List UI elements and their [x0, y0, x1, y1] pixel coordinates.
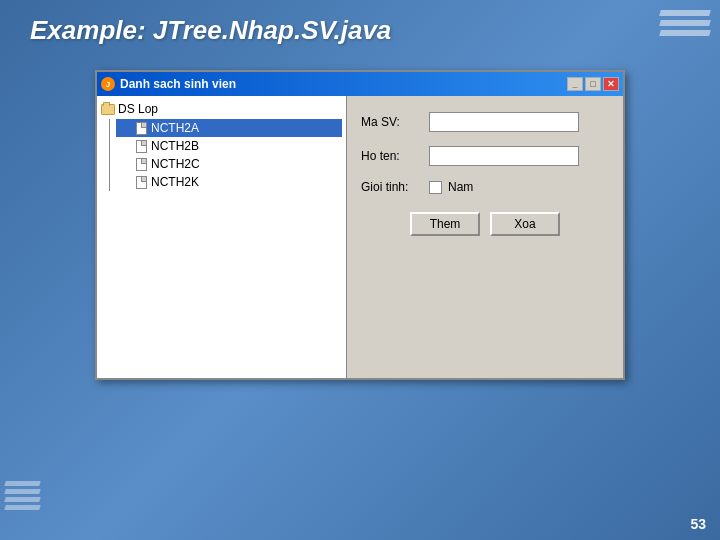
form-panel: Ma SV: Ho ten: Gioi tinh: Nam Them Xoa: [347, 96, 623, 378]
tree-item-label-1: NCTH2A: [151, 121, 199, 135]
nam-label: Nam: [448, 180, 473, 194]
them-button[interactable]: Them: [410, 212, 480, 236]
java-app-icon: J: [101, 77, 115, 91]
masv-row: Ma SV:: [361, 112, 609, 132]
tree-item-ncth2b[interactable]: NCTH2B: [116, 137, 342, 155]
minimize-button[interactable]: _: [567, 77, 583, 91]
nam-checkbox[interactable]: [429, 181, 442, 194]
masv-label: Ma SV:: [361, 115, 421, 129]
buttons-row: Them Xoa: [361, 212, 609, 236]
window-titlebar: J Danh sach sinh vien _ □ ✕: [97, 72, 623, 96]
tree-panel: DS Lop NCTH2A NCTH2B NCTH2C NCTH2K: [97, 96, 347, 378]
tree-item-label-4: NCTH2K: [151, 175, 199, 189]
xoa-button[interactable]: Xoa: [490, 212, 560, 236]
hoten-row: Ho ten:: [361, 146, 609, 166]
window-title: Danh sach sinh vien: [120, 77, 236, 91]
tree-root[interactable]: DS Lop: [101, 102, 342, 116]
gender-options: Nam: [429, 180, 473, 194]
tree-root-label: DS Lop: [118, 102, 158, 116]
doc-icon-2: [136, 140, 147, 153]
hoten-label: Ho ten:: [361, 149, 421, 163]
page-number: 53: [690, 516, 706, 532]
tree-item-ncth2k[interactable]: NCTH2K: [116, 173, 342, 191]
tree-item-label-3: NCTH2C: [151, 157, 200, 171]
titlebar-buttons[interactable]: _ □ ✕: [567, 77, 619, 91]
maximize-button[interactable]: □: [585, 77, 601, 91]
java-window: J Danh sach sinh vien _ □ ✕ DS Lop NCTH2…: [95, 70, 625, 380]
doc-icon-4: [136, 176, 147, 189]
masv-input[interactable]: [429, 112, 579, 132]
doc-icon-1: [136, 122, 147, 135]
tree-item-ncth2c[interactable]: NCTH2C: [116, 155, 342, 173]
close-button[interactable]: ✕: [603, 77, 619, 91]
tree-item-label-2: NCTH2B: [151, 139, 199, 153]
doc-icon-3: [136, 158, 147, 171]
tree-children: NCTH2A NCTH2B NCTH2C NCTH2K: [109, 119, 342, 191]
gioitinh-label: Gioi tinh:: [361, 180, 421, 194]
gioitinh-row: Gioi tinh: Nam: [361, 180, 609, 194]
slide-title: Example: JTree.Nhap.SV.java: [30, 15, 391, 46]
deco-lines-topright: [660, 10, 710, 36]
deco-lines-bottomleft: [5, 481, 40, 510]
folder-icon: [101, 104, 115, 115]
titlebar-left: J Danh sach sinh vien: [101, 77, 236, 91]
window-content: DS Lop NCTH2A NCTH2B NCTH2C NCTH2K: [97, 96, 623, 378]
tree-item-ncth2a[interactable]: NCTH2A: [116, 119, 342, 137]
hoten-input[interactable]: [429, 146, 579, 166]
